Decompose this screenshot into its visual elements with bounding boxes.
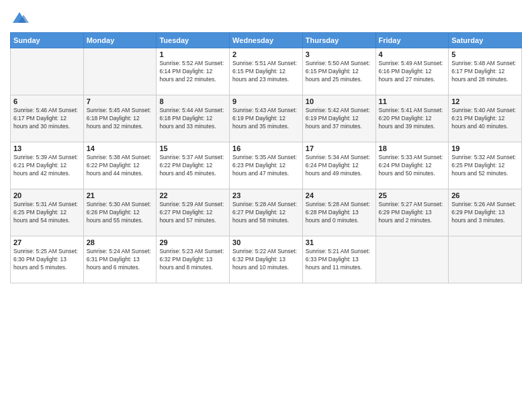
day-number: 9: [232, 97, 300, 105]
day-number: 15: [159, 144, 226, 152]
calendar-cell: 16Sunrise: 5:35 AM Sunset: 6:23 PM Dayli…: [230, 142, 303, 189]
calendar-cell: 1Sunrise: 5:52 AM Sunset: 6:14 PM Daylig…: [157, 48, 230, 95]
day-info: Sunrise: 5:23 AM Sunset: 6:32 PM Dayligh…: [159, 248, 226, 272]
day-number: 6: [13, 97, 81, 105]
day-number: 27: [13, 238, 81, 246]
calendar-cell: 6Sunrise: 5:46 AM Sunset: 6:17 PM Daylig…: [11, 95, 84, 142]
day-info: Sunrise: 5:24 AM Sunset: 6:31 PM Dayligh…: [87, 248, 154, 272]
day-info: Sunrise: 5:29 AM Sunset: 6:27 PM Dayligh…: [159, 201, 226, 225]
day-info: Sunrise: 5:50 AM Sunset: 6:15 PM Dayligh…: [306, 60, 373, 84]
day-number: 31: [306, 238, 373, 246]
calendar-cell: [11, 48, 84, 95]
calendar-cell: [449, 236, 522, 283]
calendar-cell: 30Sunrise: 5:22 AM Sunset: 6:32 PM Dayli…: [230, 236, 303, 283]
day-number: 21: [87, 191, 154, 199]
day-info: Sunrise: 5:31 AM Sunset: 6:25 PM Dayligh…: [13, 201, 81, 225]
day-info: Sunrise: 5:21 AM Sunset: 6:33 PM Dayligh…: [306, 248, 373, 272]
header: [10, 7, 522, 28]
day-info: Sunrise: 5:27 AM Sunset: 6:29 PM Dayligh…: [379, 201, 446, 225]
day-number: 1: [159, 50, 226, 58]
day-number: 11: [379, 97, 446, 105]
calendar-cell: 18Sunrise: 5:33 AM Sunset: 6:24 PM Dayli…: [375, 142, 449, 189]
day-info: Sunrise: 5:35 AM Sunset: 6:23 PM Dayligh…: [232, 154, 300, 178]
calendar-cell: 8Sunrise: 5:44 AM Sunset: 6:18 PM Daylig…: [157, 95, 230, 142]
day-number: 24: [306, 191, 373, 199]
day-number: 7: [87, 97, 154, 105]
day-info: Sunrise: 5:30 AM Sunset: 6:26 PM Dayligh…: [87, 201, 154, 225]
day-number: 10: [306, 97, 373, 105]
day-info: Sunrise: 5:45 AM Sunset: 6:18 PM Dayligh…: [87, 107, 154, 131]
day-number: 2: [232, 50, 300, 58]
calendar-cell: 7Sunrise: 5:45 AM Sunset: 6:18 PM Daylig…: [83, 95, 157, 142]
day-info: Sunrise: 5:40 AM Sunset: 6:21 PM Dayligh…: [451, 107, 519, 131]
weekday-header: Monday: [83, 33, 157, 48]
day-info: Sunrise: 5:49 AM Sunset: 6:16 PM Dayligh…: [379, 60, 446, 84]
day-number: 8: [159, 97, 226, 105]
weekday-header: Tuesday: [157, 33, 230, 48]
calendar-cell: 15Sunrise: 5:37 AM Sunset: 6:22 PM Dayli…: [157, 142, 230, 189]
calendar-cell: 10Sunrise: 5:42 AM Sunset: 6:19 PM Dayli…: [302, 95, 375, 142]
calendar-week-row: 1Sunrise: 5:52 AM Sunset: 6:14 PM Daylig…: [11, 48, 522, 95]
day-info: Sunrise: 5:25 AM Sunset: 6:30 PM Dayligh…: [13, 248, 81, 272]
weekday-header-row: SundayMondayTuesdayWednesdayThursdayFrid…: [11, 33, 522, 48]
day-number: 23: [232, 191, 300, 199]
calendar-cell: 13Sunrise: 5:39 AM Sunset: 6:21 PM Dayli…: [11, 142, 84, 189]
calendar-week-row: 27Sunrise: 5:25 AM Sunset: 6:30 PM Dayli…: [11, 236, 522, 283]
calendar-week-row: 6Sunrise: 5:46 AM Sunset: 6:17 PM Daylig…: [11, 95, 522, 142]
day-number: 20: [13, 191, 81, 199]
calendar-cell: 24Sunrise: 5:28 AM Sunset: 6:28 PM Dayli…: [302, 189, 375, 236]
calendar-cell: 25Sunrise: 5:27 AM Sunset: 6:29 PM Dayli…: [375, 189, 449, 236]
calendar-cell: 14Sunrise: 5:38 AM Sunset: 6:22 PM Dayli…: [83, 142, 157, 189]
day-number: 14: [87, 144, 154, 152]
calendar-cell: 27Sunrise: 5:25 AM Sunset: 6:30 PM Dayli…: [11, 236, 84, 283]
weekday-header: Wednesday: [230, 33, 303, 48]
calendar-cell: 5Sunrise: 5:48 AM Sunset: 6:17 PM Daylig…: [449, 48, 522, 95]
day-info: Sunrise: 5:22 AM Sunset: 6:32 PM Dayligh…: [232, 248, 300, 272]
day-info: Sunrise: 5:39 AM Sunset: 6:21 PM Dayligh…: [13, 154, 81, 178]
calendar-cell: 17Sunrise: 5:34 AM Sunset: 6:24 PM Dayli…: [302, 142, 375, 189]
calendar-cell: 4Sunrise: 5:49 AM Sunset: 6:16 PM Daylig…: [375, 48, 449, 95]
logo-icon: [10, 9, 29, 28]
weekday-header: Friday: [375, 33, 449, 48]
calendar-cell: 19Sunrise: 5:32 AM Sunset: 6:25 PM Dayli…: [449, 142, 522, 189]
calendar-cell: 2Sunrise: 5:51 AM Sunset: 6:15 PM Daylig…: [230, 48, 303, 95]
day-number: 12: [451, 97, 519, 105]
calendar-cell: 31Sunrise: 5:21 AM Sunset: 6:33 PM Dayli…: [302, 236, 375, 283]
day-info: Sunrise: 5:34 AM Sunset: 6:24 PM Dayligh…: [306, 154, 373, 178]
calendar-cell: 20Sunrise: 5:31 AM Sunset: 6:25 PM Dayli…: [11, 189, 84, 236]
day-info: Sunrise: 5:26 AM Sunset: 6:29 PM Dayligh…: [451, 201, 519, 225]
day-number: 16: [232, 144, 300, 152]
calendar-week-row: 13Sunrise: 5:39 AM Sunset: 6:21 PM Dayli…: [11, 142, 522, 189]
day-info: Sunrise: 5:52 AM Sunset: 6:14 PM Dayligh…: [159, 60, 226, 84]
day-info: Sunrise: 5:41 AM Sunset: 6:20 PM Dayligh…: [379, 107, 446, 131]
day-info: Sunrise: 5:32 AM Sunset: 6:25 PM Dayligh…: [451, 154, 519, 178]
calendar-cell: 21Sunrise: 5:30 AM Sunset: 6:26 PM Dayli…: [83, 189, 157, 236]
day-number: 17: [306, 144, 373, 152]
day-info: Sunrise: 5:28 AM Sunset: 6:28 PM Dayligh…: [306, 201, 373, 225]
calendar-cell: [83, 48, 157, 95]
day-info: Sunrise: 5:51 AM Sunset: 6:15 PM Dayligh…: [232, 60, 300, 84]
calendar-week-row: 20Sunrise: 5:31 AM Sunset: 6:25 PM Dayli…: [11, 189, 522, 236]
page: SundayMondayTuesdayWednesdayThursdayFrid…: [0, 0, 532, 411]
day-info: Sunrise: 5:44 AM Sunset: 6:18 PM Dayligh…: [159, 107, 226, 131]
day-info: Sunrise: 5:38 AM Sunset: 6:22 PM Dayligh…: [87, 154, 154, 178]
calendar-cell: 12Sunrise: 5:40 AM Sunset: 6:21 PM Dayli…: [449, 95, 522, 142]
calendar-cell: 11Sunrise: 5:41 AM Sunset: 6:20 PM Dayli…: [375, 95, 449, 142]
day-number: 26: [451, 191, 519, 199]
day-number: 28: [87, 238, 154, 246]
calendar-cell: 29Sunrise: 5:23 AM Sunset: 6:32 PM Dayli…: [157, 236, 230, 283]
calendar-cell: [375, 236, 449, 283]
weekday-header: Thursday: [302, 33, 375, 48]
day-info: Sunrise: 5:42 AM Sunset: 6:19 PM Dayligh…: [306, 107, 373, 131]
day-info: Sunrise: 5:33 AM Sunset: 6:24 PM Dayligh…: [379, 154, 446, 178]
calendar-cell: 3Sunrise: 5:50 AM Sunset: 6:15 PM Daylig…: [302, 48, 375, 95]
day-number: 29: [159, 238, 226, 246]
day-info: Sunrise: 5:37 AM Sunset: 6:22 PM Dayligh…: [159, 154, 226, 178]
day-info: Sunrise: 5:46 AM Sunset: 6:17 PM Dayligh…: [13, 107, 81, 131]
calendar-cell: 23Sunrise: 5:28 AM Sunset: 6:27 PM Dayli…: [230, 189, 303, 236]
day-number: 19: [451, 144, 519, 152]
day-number: 22: [159, 191, 226, 199]
day-info: Sunrise: 5:48 AM Sunset: 6:17 PM Dayligh…: [451, 60, 519, 84]
day-number: 3: [306, 50, 373, 58]
weekday-header: Sunday: [11, 33, 84, 48]
